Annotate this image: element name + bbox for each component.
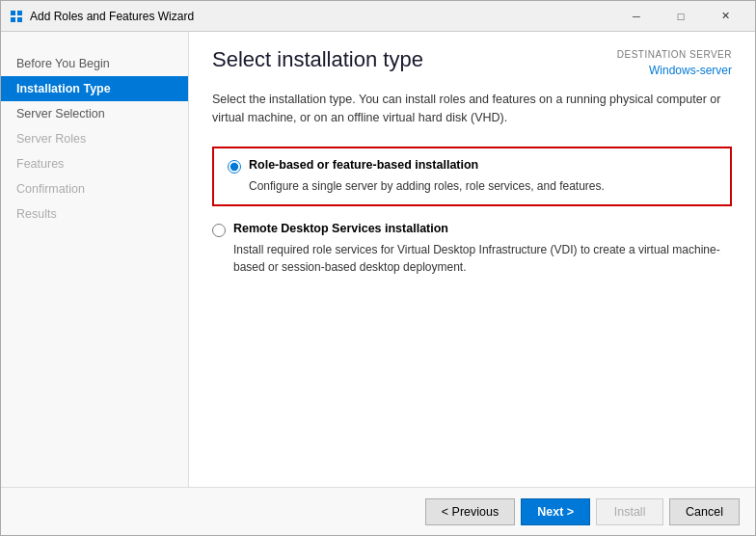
option-role-based-label-row: Role-based or feature-based installation xyxy=(228,158,716,174)
option-remote-desktop-label-row: Remote Desktop Services installation xyxy=(212,222,732,237)
maximize-button[interactable]: □ xyxy=(659,1,703,32)
destination-label: DESTINATION SERVER xyxy=(617,47,732,62)
option-role-based-radio[interactable] xyxy=(228,160,241,174)
sidebar-item-before-you-begin[interactable]: Before You Begin xyxy=(1,51,188,76)
next-button[interactable]: Next > xyxy=(521,498,590,525)
main-content: Before You Begin Installation Type Serve… xyxy=(1,32,755,487)
cancel-button[interactable]: Cancel xyxy=(669,498,740,525)
svg-rect-1 xyxy=(17,11,22,15)
window-controls: ─ □ ✕ xyxy=(614,1,747,32)
window-title: Add Roles and Features Wizard xyxy=(30,10,614,23)
sidebar-item-server-roles: Server Roles xyxy=(1,126,188,151)
page-title: Select installation type xyxy=(212,47,423,72)
sidebar-item-results: Results xyxy=(1,201,188,227)
svg-rect-3 xyxy=(17,17,22,22)
content-header: Select installation type DESTINATION SER… xyxy=(189,32,755,79)
sidebar: Before You Begin Installation Type Serve… xyxy=(1,32,189,487)
option-remote-desktop-title: Remote Desktop Services installation xyxy=(233,222,448,235)
option-role-based: Role-based or feature-based installation… xyxy=(212,147,732,206)
option-remote-desktop-radio[interactable] xyxy=(212,224,226,237)
option-remote-desktop: Remote Desktop Services installation Ins… xyxy=(212,222,732,276)
content-area: Select installation type DESTINATION SER… xyxy=(189,32,755,487)
footer: < Previous Next > Install Cancel xyxy=(1,487,755,535)
sidebar-item-confirmation: Confirmation xyxy=(1,176,188,201)
description-text: Select the installation type. You can in… xyxy=(212,91,732,127)
sidebar-item-installation-type[interactable]: Installation Type xyxy=(1,76,188,101)
previous-button[interactable]: < Previous xyxy=(425,498,515,525)
svg-rect-0 xyxy=(11,11,15,15)
option-role-based-title: Role-based or feature-based installation xyxy=(249,158,478,172)
option-remote-desktop-desc: Install required role services for Virtu… xyxy=(233,241,732,276)
option-role-based-desc: Configure a single server by adding role… xyxy=(249,177,716,195)
svg-rect-2 xyxy=(11,17,15,22)
wizard-window: Add Roles and Features Wizard ─ □ ✕ Befo… xyxy=(0,0,756,536)
sidebar-item-features: Features xyxy=(1,151,188,176)
destination-name: Windows-server xyxy=(617,62,732,79)
app-icon xyxy=(9,9,24,24)
title-bar: Add Roles and Features Wizard ─ □ ✕ xyxy=(1,1,755,32)
content-body: Select the installation type. You can in… xyxy=(189,79,755,487)
option-role-based-box: Role-based or feature-based installation… xyxy=(212,147,732,206)
install-button: Install xyxy=(596,498,663,525)
sidebar-item-server-selection[interactable]: Server Selection xyxy=(1,101,188,126)
close-button[interactable]: ✕ xyxy=(703,1,747,32)
minimize-button[interactable]: ─ xyxy=(614,1,659,32)
destination-server-info: DESTINATION SERVER Windows-server xyxy=(617,47,732,79)
